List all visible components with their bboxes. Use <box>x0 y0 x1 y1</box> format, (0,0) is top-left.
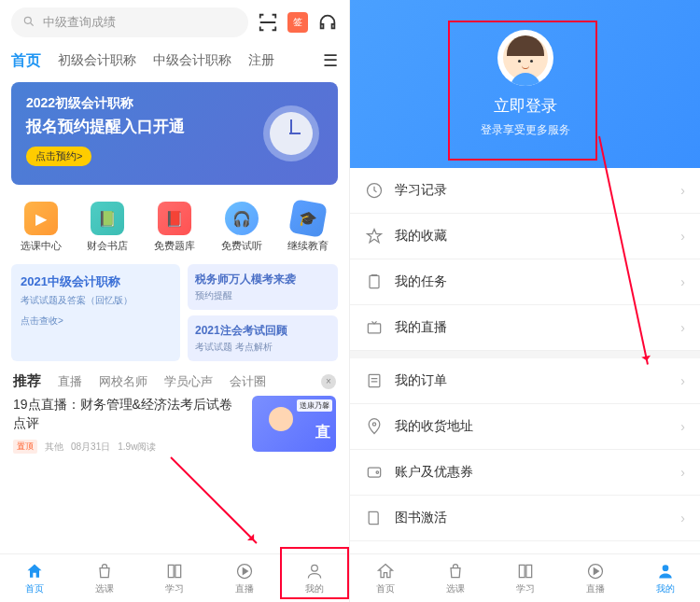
recommend-tabs: 推荐 直播 网校名师 学员心声 会计圈 × <box>0 361 349 396</box>
menu-icon[interactable]: ☰ <box>323 50 338 71</box>
location-icon <box>365 417 384 436</box>
svg-rect-6 <box>368 324 380 333</box>
nav-mine[interactable]: 我的 <box>630 554 700 602</box>
svg-point-10 <box>376 471 379 474</box>
rectab-teachers[interactable]: 网校名师 <box>99 373 147 390</box>
tv-icon <box>365 318 384 337</box>
menu-book-activate[interactable]: 图书激活 › <box>350 496 700 541</box>
rectab-recommend[interactable]: 推荐 <box>13 372 41 390</box>
menu-favorites[interactable]: 我的收藏 › <box>350 214 700 259</box>
home-screen: 中级查询成绩 签 首页 初级会计职称 中级会计职称 注册 ☰ 2022初级会计职… <box>0 0 350 602</box>
nav-study[interactable]: 学习 <box>140 554 210 602</box>
menu-address[interactable]: 我的收货地址 › <box>350 404 700 450</box>
avatar[interactable] <box>497 30 553 86</box>
menu-account-coupon[interactable]: 账户及优惠券 › <box>350 450 700 496</box>
divider <box>350 351 700 358</box>
play-icon <box>586 562 605 581</box>
menu-list: 学习记录 › 我的收藏 › 我的任务 › 我的直播 › 我的订单 › 我的收货地… <box>350 168 700 553</box>
book-icon <box>516 562 535 581</box>
card-cpa-review[interactable]: 2021注会考试回顾 考试试题 考点解析 <box>188 315 338 361</box>
login-button[interactable]: 立即登录 <box>494 95 557 117</box>
svg-point-0 <box>24 17 31 23</box>
book-activate-icon <box>365 509 384 527</box>
activity-cards: 2021中级会计职称 考试试题及答案（回忆版） 点击查收> 税务师万人模考来袭 … <box>0 264 349 361</box>
promo-banner[interactable]: 2022初级会计职称 报名预约提醒入口开通 点击预约> <box>11 82 338 185</box>
person-icon <box>656 562 675 581</box>
tab-cpa[interactable]: 注册 <box>248 52 274 69</box>
login-header: 立即登录 登录享受更多服务 <box>350 0 700 168</box>
clock-icon <box>263 105 319 161</box>
menu-study-record[interactable]: 学习记录 › <box>350 168 700 214</box>
svg-point-12 <box>662 565 668 571</box>
bag-icon <box>95 562 114 581</box>
nav-live[interactable]: 直播 <box>209 554 279 602</box>
article-item[interactable]: 19点直播：财务管理&经济法考后试卷点评 置顶 其他 08月31日 1.9w阅读… <box>0 396 349 454</box>
svg-line-1 <box>31 22 34 25</box>
book-icon <box>165 562 184 581</box>
bottom-nav-left: 首页 选课 学习 直播 我的 <box>0 553 349 602</box>
article-meta: 置顶 其他 08月31日 1.9w阅读 <box>13 440 243 454</box>
chevron-right-icon: › <box>680 229 685 244</box>
menu-my-live[interactable]: 我的直播 › <box>350 305 700 351</box>
chevron-right-icon: › <box>680 373 685 388</box>
func-questions[interactable]: 📕免费题库 <box>154 202 195 253</box>
tab-home[interactable]: 首页 <box>11 51 41 71</box>
bag-icon <box>446 562 465 581</box>
search-placeholder: 中级查询成绩 <box>43 14 116 31</box>
func-trial[interactable]: 🎧免费试听 <box>221 202 262 253</box>
home-icon <box>25 562 44 581</box>
chevron-right-icon: › <box>680 274 685 289</box>
wallet-icon <box>365 463 384 482</box>
play-icon <box>235 562 254 581</box>
close-icon[interactable]: × <box>321 374 336 389</box>
chevron-right-icon: › <box>680 419 685 434</box>
menu-orders[interactable]: 我的订单 › <box>350 358 700 404</box>
function-grid: ▶选课中心 📗财会书店 📕免费题库 🎧免费试听 🎓继续教育 <box>0 190 349 264</box>
home-icon <box>376 562 395 581</box>
menu-tasks[interactable]: 我的任务 › <box>350 259 700 305</box>
nav-home[interactable]: 首页 <box>350 554 420 602</box>
checkin-icon[interactable]: 签 <box>287 12 308 33</box>
card-mid-exam[interactable]: 2021中级会计职称 考试试题及答案（回忆版） 点击查收> <box>11 264 180 361</box>
login-subtitle: 登录享受更多服务 <box>481 122 570 138</box>
nav-course[interactable]: 选课 <box>420 554 490 602</box>
search-icon <box>22 15 35 31</box>
clock-icon <box>365 181 384 200</box>
nav-home[interactable]: 首页 <box>0 554 70 602</box>
card-tax-mock[interactable]: 税务师万人模考来袭 预约提醒 <box>188 264 338 310</box>
chevron-right-icon: › <box>680 183 685 198</box>
person-icon <box>305 562 324 581</box>
func-course-center[interactable]: ▶选课中心 <box>21 202 62 253</box>
nav-course[interactable]: 选课 <box>70 554 140 602</box>
headset-icon[interactable] <box>317 12 338 33</box>
rectab-circle[interactable]: 会计圈 <box>230 373 266 390</box>
tab-mid[interactable]: 中级会计职称 <box>153 52 231 69</box>
order-icon <box>365 371 384 390</box>
mine-screen: 立即登录 登录享受更多服务 学习记录 › 我的收藏 › 我的任务 › 我的直播 … <box>350 0 700 602</box>
article-title: 19点直播：财务管理&经济法考后试卷点评 <box>13 396 243 432</box>
rectab-students[interactable]: 学员心声 <box>164 373 213 390</box>
top-badge: 置顶 <box>13 440 37 454</box>
article-thumbnail: 送康乃馨 直 <box>252 396 336 452</box>
nav-live[interactable]: 直播 <box>560 554 630 602</box>
clipboard-icon <box>365 273 384 291</box>
svg-rect-5 <box>370 275 379 287</box>
star-icon <box>365 227 384 245</box>
chevron-right-icon: › <box>680 465 685 480</box>
rectab-live[interactable]: 直播 <box>58 373 82 390</box>
banner-button[interactable]: 点击预约> <box>26 147 91 166</box>
bottom-nav-right: 首页 选课 学习 直播 我的 <box>350 553 700 602</box>
scan-icon[interactable] <box>258 12 278 33</box>
search-input[interactable]: 中级查询成绩 <box>11 7 248 37</box>
nav-study[interactable]: 学习 <box>490 554 560 602</box>
chevron-right-icon: › <box>680 511 685 525</box>
func-continue-edu[interactable]: 🎓继续教育 <box>287 202 329 253</box>
annotation-arrow-left <box>170 456 257 543</box>
svg-rect-7 <box>369 374 380 386</box>
tab-junior[interactable]: 初级会计职称 <box>58 52 136 69</box>
nav-mine[interactable]: 我的 <box>279 554 349 602</box>
chevron-right-icon: › <box>680 320 685 335</box>
func-bookstore[interactable]: 📗财会书店 <box>87 202 128 253</box>
search-row: 中级查询成绩 签 <box>0 0 349 45</box>
svg-point-8 <box>372 423 375 426</box>
